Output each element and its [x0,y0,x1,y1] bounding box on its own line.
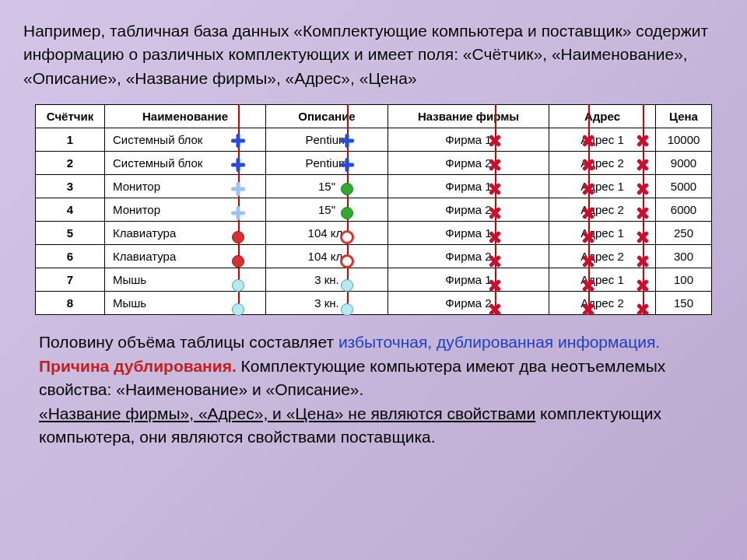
cell-counter: 2 [36,152,105,175]
marker-icon [231,158,245,172]
star-icon [488,158,502,172]
star-icon [581,134,595,148]
star-icon [636,134,650,148]
cell-counter: 8 [36,292,105,315]
cell-firm: Фирма 1 [388,268,549,292]
cell-firm: Фирма 2 [388,152,549,175]
header-price: Цена [656,105,712,128]
cell-counter: 3 [36,175,105,198]
cell-desc: 3 кн. [266,268,388,292]
star-icon [488,230,502,244]
cell-firm: Фирма 1 [388,222,549,245]
table-row: 2Системный блокPentiumФирма 2Адрес 29000 [36,152,712,175]
cell-desc: Pentium [266,152,388,175]
star-icon [581,182,595,196]
marker-icon [341,303,353,316]
star-icon [488,278,502,292]
marker-icon [232,303,244,316]
cell-price: 9000 [656,152,712,175]
cell-desc: Pentium [266,128,388,152]
cell-price: 100 [656,268,712,292]
cell-desc: 104 кл. [266,222,388,245]
cell-counter: 5 [36,222,105,245]
star-icon [636,158,650,172]
header-firm: Название фирмы [388,105,549,128]
cell-firm: Фирма 2 [388,245,549,268]
cell-desc: 15" [266,175,388,198]
star-icon [636,206,650,220]
star-icon [581,278,595,292]
star-icon [488,303,502,317]
cell-price: 10000 [656,128,712,152]
cell-desc: 104 кл. [266,245,388,268]
cell-price: 300 [656,245,712,268]
marker-icon [341,279,353,292]
star-icon [636,230,650,244]
header-desc: Описание [266,105,388,128]
star-icon [488,182,502,196]
star-icon [488,134,502,148]
marker-icon [341,207,353,219]
star-icon [581,303,595,317]
outro-cause-label: Причина дублирования. [39,357,237,375]
marker-icon [340,254,354,268]
cell-firm: Фирма 2 [388,198,549,222]
cell-counter: 7 [36,268,105,292]
table-row: 6Клавиатура104 кл.Фирма 2Адрес 2300 [36,245,712,268]
star-icon [636,278,650,292]
marker-icon [231,182,245,196]
star-icon [636,254,650,268]
star-icon [581,206,595,220]
table-row: 4Монитор15"Фирма 2Адрес 26000 [36,198,712,222]
star-icon [581,230,595,244]
cell-price: 5000 [656,175,712,198]
cell-counter: 6 [36,245,105,268]
table-row: 5Клавиатура104 кл.Фирма 1Адрес 1250 [36,222,712,245]
star-icon [581,158,595,172]
cell-price: 250 [656,222,712,245]
table-row: 8Мышь3 кн.Фирма 2Адрес 2150 [36,292,712,315]
outro-block: Половину объёма таблицы составляет избыт… [39,331,708,449]
marker-icon [231,134,245,148]
star-icon [636,303,650,317]
header-addr: Адрес [549,105,656,128]
cell-desc: 15" [266,198,388,222]
outro-underlined: «Название фирмы», «Адрес», и «Цена» не я… [39,404,535,422]
header-name: Наименование [105,105,266,128]
star-icon [581,254,595,268]
marker-icon [232,279,244,292]
marker-icon [232,255,244,268]
cell-firm: Фирма 1 [388,175,549,198]
header-row: Счётчик Наименование Описание Название ф… [36,105,712,128]
cell-firm: Фирма 2 [388,292,549,315]
star-icon [636,182,650,196]
star-icon [488,206,502,220]
outro-redundant: избыточная, дублированная информация. [338,333,660,351]
cell-counter: 4 [36,198,105,222]
marker-icon [232,231,244,243]
cell-price: 150 [656,292,712,315]
table-row: 1Системный блокPentiumФирма 1Адрес 11000… [36,128,712,152]
cell-price: 6000 [656,198,712,222]
cell-counter: 1 [36,128,105,152]
data-table-container: Счётчик Наименование Описание Название ф… [35,104,712,315]
marker-icon [340,230,354,244]
outro-p1a: Половину объёма таблицы составляет [39,333,338,351]
table-row: 3Монитор15"Фирма 1Адрес 15000 [36,175,712,198]
header-counter: Счётчик [36,105,105,128]
data-table: Счётчик Наименование Описание Название ф… [35,104,712,315]
cell-firm: Фирма 1 [388,128,549,152]
marker-icon [231,206,245,220]
marker-icon [341,183,353,195]
intro-text: Например, табличная база данных «Комплек… [23,19,724,90]
marker-icon [340,134,354,148]
marker-icon [340,158,354,172]
table-row: 7Мышь3 кн.Фирма 1Адрес 1100 [36,268,712,292]
star-icon [488,254,502,268]
cell-desc: 3 кн. [266,292,388,315]
